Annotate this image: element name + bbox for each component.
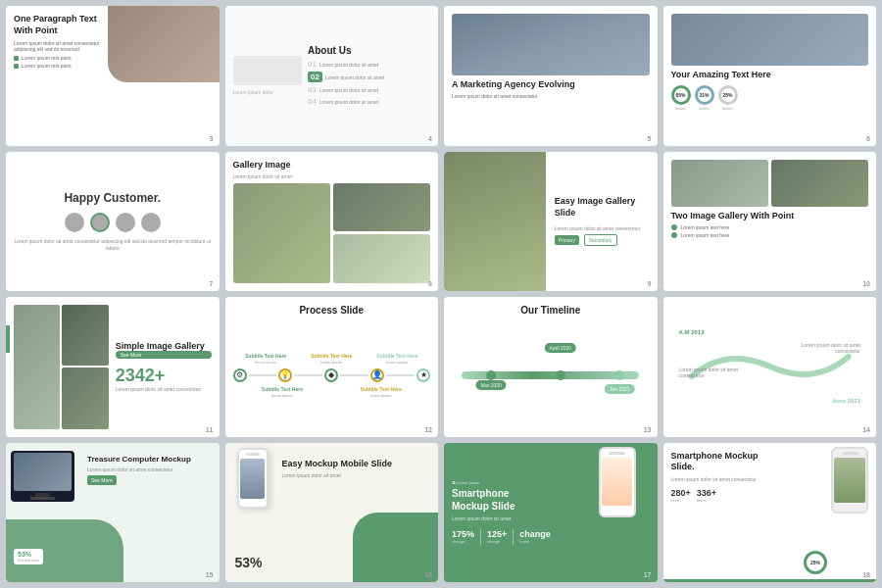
slide-10-title: Two Image Gallery With Point xyxy=(671,211,869,222)
slide-15: Treasure Computer Mockup 53% For this it… xyxy=(6,443,220,583)
timeline-label-2: April 2020 xyxy=(545,343,577,353)
avatar-3 xyxy=(116,213,135,232)
slide-9-img xyxy=(444,152,546,292)
slide-13-number: 13 xyxy=(644,426,652,433)
slide-9-btn1[interactable]: Primary xyxy=(555,235,579,245)
slide-12-number: 12 xyxy=(424,426,432,433)
slide-17: ⦿ Lorem ipsum Smartphone Mockup Slide Lo… xyxy=(444,443,658,583)
slide-14-label2: June 2021 xyxy=(832,398,860,404)
timeline-dot-2 xyxy=(556,370,565,380)
slide-16-percent: 53% xyxy=(235,555,263,570)
slide-4-items: 01Lorem ipsum dolor sit amet 02Lorem ips… xyxy=(308,60,430,106)
slide-18-stat2: 336+ xyxy=(697,488,716,498)
slide-18-body: Lorem ipsum dolor sit amet consectetur xyxy=(671,476,780,482)
slide-18-stat1-label: lorem xyxy=(671,498,691,503)
slide-12-title: Process Slide xyxy=(233,305,431,316)
slide-3-body: Lorem ipsum dolor sit amet consectetur a… xyxy=(14,40,109,52)
gallery-img-1 xyxy=(233,183,330,284)
slide-16-phone xyxy=(237,448,269,509)
slide-3-bullets: Lorem ipsum text point Lorem ipsum text … xyxy=(14,55,109,69)
slide-8-number: 8 xyxy=(428,280,432,287)
gallery-img-2 xyxy=(333,183,430,232)
slide-17-stat2: 125+ xyxy=(487,529,507,539)
slide-7-number: 7 xyxy=(210,280,214,287)
slide-16-title: Easy Mockup Mobile Slide xyxy=(282,459,431,470)
slide-17-title: Smartphone Mockup Slide xyxy=(452,487,519,513)
timeline-label-1: Mar 2020 xyxy=(476,380,507,390)
gallery-img-3 xyxy=(333,234,430,283)
slide-11-green-line xyxy=(6,325,10,354)
step-icon-1: ⚙ xyxy=(233,368,247,382)
slide-17-sub: Lorem ipsum dolor sit amet xyxy=(452,515,519,521)
slide-17-stat3: change xyxy=(519,529,551,539)
slide-11-title: Simple Image Gallery xyxy=(116,341,212,351)
slide-17-stat1-label: change xyxy=(452,539,474,544)
slide-7: Happy Customer. Lorem ipsum dolor sit am… xyxy=(6,152,220,292)
slide-13-title: Our Timeline xyxy=(452,305,650,316)
slide-17-dot-row: ⦿ Lorem ipsum xyxy=(452,480,575,485)
slide-7-body: Lorem ipsum dolor sit amet consectetur a… xyxy=(14,238,212,252)
slide-16-body: Lorem ipsum dolor sit amet xyxy=(282,472,431,478)
slide-11: Simple Image Gallery See More 2342+ Lore… xyxy=(6,297,220,437)
slide-10-img1 xyxy=(671,160,768,207)
slide-grid: One Paragraph Text With Point Lorem ipsu… xyxy=(0,0,882,588)
slide-11-number: 11 xyxy=(206,426,214,433)
slide-13: Our Timeline Mar 2020 April 2020 Jun 20 xyxy=(444,297,658,437)
slide-17-divider xyxy=(480,529,481,545)
slide-18-circle: 25% xyxy=(804,551,827,574)
slide-11-img3 xyxy=(62,368,108,428)
slide-5-number: 5 xyxy=(648,135,652,142)
slide-11-tag[interactable]: See More xyxy=(116,351,212,359)
slide-10-number: 10 xyxy=(862,280,870,287)
slide-11-img1 xyxy=(14,305,60,429)
timeline-dot-1 xyxy=(486,370,496,380)
slide-11-img2 xyxy=(62,305,108,366)
slide-14-number: 14 xyxy=(862,426,870,433)
slide-9-title: Easy Image Gallery Slide xyxy=(555,196,650,219)
slide-18-number: 18 xyxy=(862,571,870,578)
slide-17-stat2-label: change xyxy=(487,539,507,544)
slide-7-title: Happy Customer. xyxy=(64,191,161,205)
slide-18: Smartphone Mockup Slide. Lorem ipsum dol… xyxy=(663,443,877,583)
slide-17-divider2 xyxy=(513,529,514,545)
slide-8-title: Gallery Image xyxy=(233,160,431,170)
slide-14-text: Lorem ipsum dolor sit amet consectetur xyxy=(679,367,759,378)
slide-17-phone xyxy=(599,447,636,517)
slide-14-label1: A.M 2012 xyxy=(679,329,705,335)
slide-16-number: 16 xyxy=(424,571,432,578)
slide-3-number: 3 xyxy=(210,135,214,142)
slide-10: Two Image Gallery With Point Lorem ipsum… xyxy=(663,152,877,292)
slide-18-phone xyxy=(831,447,868,514)
slide-15-number: 15 xyxy=(206,571,214,578)
slide-15-monitor xyxy=(11,451,74,502)
slide-11-bignum: 2342+ xyxy=(116,366,212,386)
slide-9-btn2[interactable]: Secondary xyxy=(584,234,617,246)
slide-6: Your Amazing Text Here 65% lorem 31% lor… xyxy=(663,6,877,146)
slide-9-number: 9 xyxy=(648,280,652,287)
slide-5-title: A Marketing Agency Evolving xyxy=(452,79,650,91)
slide-10-img2 xyxy=(771,160,868,207)
slide-9: Easy Image Gallery Slide Lorem ipsum dol… xyxy=(444,152,658,292)
slide-15-percent: 53% For this item xyxy=(14,549,43,564)
slide-18-stat2-label: lorem xyxy=(697,498,716,503)
step-icon-4: 👤 xyxy=(370,368,384,382)
slide-3: One Paragraph Text With Point Lorem ipsu… xyxy=(6,6,220,146)
slide-5: A Marketing Agency Evolving Lorem ipsum … xyxy=(444,6,658,146)
slide-15-title: Treasure Computer Mockup xyxy=(87,455,212,465)
slide-8-grid xyxy=(233,183,431,284)
timeline-label-3: Jun 2021 xyxy=(605,384,635,394)
slide-14-text2: Lorem ipsum dolor sit amet consectetur xyxy=(781,342,860,354)
avatar-1 xyxy=(65,213,84,232)
step-icon-2: 💡 xyxy=(278,368,292,382)
slide-17-stat3-label: lorem xyxy=(519,539,551,544)
step-icon-3: ◆ xyxy=(324,368,338,382)
slide-6-charts: 65% lorem 31% lorem 25% lorem xyxy=(671,85,869,111)
slide-16: Easy Mockup Mobile Slide Lorem ipsum dol… xyxy=(225,443,439,583)
slide-15-body: Lorem ipsum dolor sit amet consectetur xyxy=(87,466,212,472)
slide-6-number: 6 xyxy=(866,135,870,142)
avatar-4 xyxy=(141,213,161,232)
slide-7-avatars xyxy=(65,213,161,232)
slide-11-body: Lorem ipsum dolor sit amet consectetur xyxy=(116,386,212,392)
slide-15-btn[interactable]: See More xyxy=(87,475,117,485)
timeline-dot-3 xyxy=(614,370,624,380)
